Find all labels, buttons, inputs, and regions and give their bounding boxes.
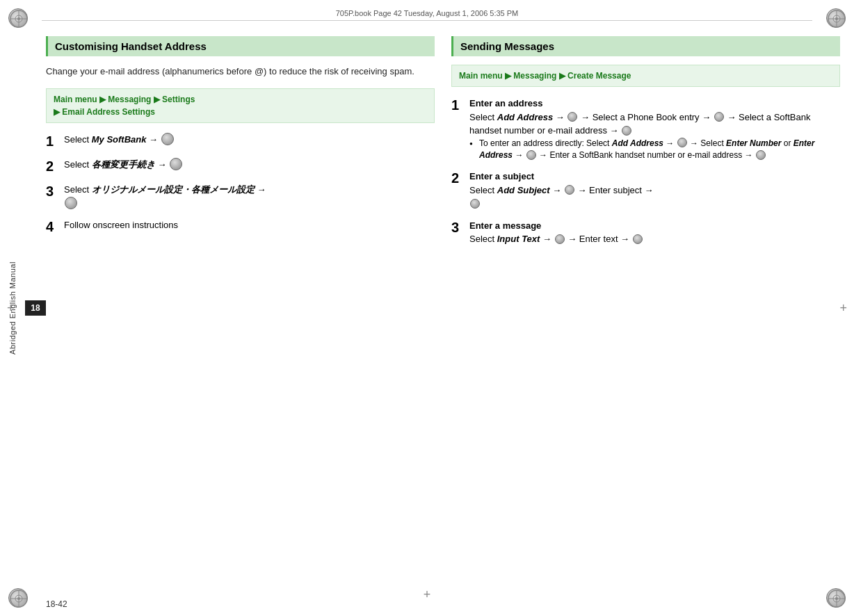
right-step3-arr1: → (542, 234, 554, 244)
right-step-num-3: 3 (451, 219, 464, 236)
right-section-header: Sending Messages (451, 36, 840, 56)
step2-icon (170, 158, 182, 170)
step3-menu: オリジナルメール設定・各種メール設定 (92, 184, 255, 195)
bullet-icon3 (756, 150, 766, 160)
bullet-enter-number: Enter Number (726, 138, 781, 148)
step1-menu: My SoftBank (92, 134, 147, 145)
step1-arrow: → (149, 134, 161, 145)
left-column: Customising Handset Address Change your … (46, 29, 435, 587)
step-content-1: Select My SoftBank → (64, 133, 435, 147)
bullet-arr1: → (666, 138, 676, 148)
step3-icon (65, 197, 77, 209)
bullet-icon2 (526, 150, 536, 160)
left-step-3: 3 Select オリジナルメール設定・各種メール設定 → (46, 183, 435, 210)
right-step1-title: Enter an address (469, 98, 543, 108)
bullet-prefix: To enter an address directly: Select (479, 138, 612, 148)
right-step2-arr1: → (552, 185, 564, 195)
step-content-4: Follow onscreen instructions (64, 218, 435, 232)
right-step1-line1: Select (469, 112, 497, 122)
step-content-2: Select 各種変更手続き → (64, 158, 435, 172)
right-breadcrumb-arrow2: ▶ (559, 71, 567, 81)
right-step2-menu: Add Subject (497, 185, 550, 195)
breadcrumb-mainmenu: Main menu (54, 95, 97, 104)
right-breadcrumb-create: Create Message (567, 71, 631, 81)
step3-prefix: Select (64, 184, 92, 195)
left-step-4: 4 Follow onscreen instructions (46, 218, 435, 235)
right-step1-menu1: Add Address (497, 112, 553, 122)
right-step-num-2: 2 (451, 170, 464, 186)
bullet-icon1 (677, 138, 687, 147)
step-num-4: 4 (46, 218, 58, 235)
right-step3-text: → Enter text → (567, 234, 631, 244)
right-breadcrumb-mainmenu: Main menu (459, 71, 503, 81)
right-step-num-1: 1 (451, 97, 464, 113)
page-badge: 18 (25, 300, 46, 316)
side-label: Abridged English Manual (0, 0, 25, 616)
right-step-1: 1 Enter an address Select Add Address → … (451, 97, 840, 161)
content-area: Customising Handset Address Change your … (46, 29, 840, 587)
right-step2-prefix: Select (469, 185, 497, 195)
corner-decoration-tr (826, 8, 846, 28)
breadcrumb-email-settings: Email Address Settings (62, 107, 155, 117)
left-section-header: Customising Handset Address (46, 36, 435, 56)
right-step-content-2: Enter a subject Select Add Subject → → E… (469, 170, 840, 211)
bottom-page-number: 18-42 (46, 599, 67, 609)
right-step-3: 3 Enter a message Select Input Text → → … (451, 219, 840, 246)
right-step1-icon3 (622, 126, 631, 136)
breadcrumb-settings: Settings (162, 95, 195, 104)
left-description: Change your e-mail address (alphanumeric… (46, 65, 435, 79)
right-step2-icon1 (565, 185, 574, 195)
breadcrumb-arrow2: ▶ (154, 95, 162, 104)
bullet-select: → Select (690, 138, 726, 148)
step2-menu: 各種変更手続き (92, 159, 155, 170)
right-step-content-3: Enter a message Select Input Text → → En… (469, 219, 840, 246)
page-badge-number: 18 (31, 303, 40, 313)
right-step3-menu: Input Text (497, 234, 540, 244)
left-breadcrumb: Main menu ▶ Messaging ▶ Settings ▶ Email… (46, 88, 435, 123)
side-label-text: Abridged English Manual (8, 261, 17, 355)
left-step-2: 2 Select 各種変更手続き → (46, 158, 435, 175)
step2-prefix: Select (64, 159, 92, 170)
right-step1-text1: → Select a Phone Book entry → (581, 112, 714, 122)
right-step1-bullet: To enter an address directly: Select Add… (469, 138, 840, 162)
right-breadcrumb: Main menu ▶ Messaging ▶ Create Message (451, 65, 840, 87)
step-content-3: Select オリジナルメール設定・各種メール設定 → (64, 183, 435, 210)
step-num-2: 2 (46, 158, 58, 175)
right-step3-title: Enter a message (469, 220, 541, 231)
breadcrumb-arrow1: ▶ (99, 95, 108, 104)
right-step1-icon2 (714, 112, 724, 122)
bullet-text-end: → Enter a SoftBank handset number or e-m… (539, 150, 755, 160)
breadcrumb-messaging: Messaging (108, 95, 151, 104)
right-step3-prefix: Select (469, 234, 497, 244)
left-step-1: 1 Select My SoftBank → (46, 133, 435, 149)
right-step3-icon2 (633, 234, 643, 244)
right-step3-icon1 (555, 234, 565, 244)
right-step-2: 2 Enter a subject Select Add Subject → →… (451, 170, 840, 211)
cross-bottom: + (424, 587, 431, 602)
step2-arrow: → (157, 159, 169, 170)
right-step2-title: Enter a subject (469, 171, 534, 181)
bullet-add-address: Add Address (612, 138, 663, 148)
right-step2-text: → Enter subject → (577, 185, 653, 195)
topbar-text: 705P.book Page 42 Tuesday, August 1, 200… (336, 9, 519, 17)
top-bar: 705P.book Page 42 Tuesday, August 1, 200… (42, 6, 812, 21)
step1-prefix: Select (64, 134, 92, 145)
right-step2-icon2 (470, 199, 480, 209)
step1-icon (161, 133, 174, 145)
step-num-3: 3 (46, 183, 58, 200)
svg-point-19 (835, 597, 838, 600)
right-step1-arr1: → (556, 112, 567, 122)
breadcrumb-arrow3: ▶ (54, 107, 62, 117)
svg-point-9 (835, 17, 838, 20)
cross-right: + (839, 301, 847, 316)
bullet-arr2: → (515, 150, 525, 160)
left-step-list: 1 Select My SoftBank → 2 Select 各種変更手続き … (46, 133, 435, 235)
right-step1-icon1 (567, 112, 577, 122)
right-breadcrumb-messaging: Messaging (513, 71, 556, 81)
step-num-1: 1 (46, 133, 58, 149)
right-step-content-1: Enter an address Select Add Address → → … (469, 97, 840, 161)
bullet-or: or (784, 138, 793, 148)
step3-arrow: → (257, 184, 266, 195)
corner-decoration-br (826, 588, 846, 608)
step4-text: Follow onscreen instructions (64, 220, 178, 230)
